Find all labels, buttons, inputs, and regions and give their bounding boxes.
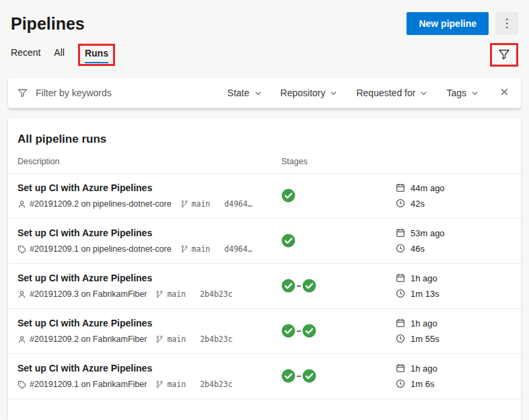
pipeline-run-row[interactable]: Set up CI with Azure Pipelines #20191209… — [8, 354, 521, 399]
branch-name[interactable]: main — [167, 289, 186, 299]
run-duration: 46s — [396, 244, 512, 254]
runs-list: Set up CI with Azure Pipelines #20191209… — [8, 174, 521, 399]
stages-cell — [281, 279, 396, 293]
funnel-icon — [17, 88, 28, 98]
filter-dropdowns: State Repository Requested for Tags — [227, 88, 479, 98]
run-duration-text: 42s — [411, 199, 425, 209]
git-branch-icon — [180, 245, 188, 253]
annotation-box-runs-tab: Runs — [78, 44, 115, 66]
stage-1-success-icon[interactable] — [281, 279, 295, 293]
run-number-and-repo[interactable]: #20191209.1 on pipelines-dotnet-core — [30, 244, 172, 254]
clock-icon — [396, 244, 405, 253]
run-duration-text: 1m 13s — [411, 289, 439, 299]
vertical-dots-icon: ⋮ — [501, 17, 513, 30]
stage-connector — [297, 376, 301, 377]
time-cell: 1h ago 1m 6s — [396, 363, 512, 389]
time-cell: 53m ago 46s — [396, 228, 512, 254]
clock-icon — [396, 379, 405, 388]
repository-filter-label: Repository — [281, 88, 326, 98]
clear-filter-button[interactable] — [497, 85, 512, 101]
run-title[interactable]: Set up CI with Azure Pipelines — [17, 182, 281, 193]
run-description-cell: Set up CI with Azure Pipelines #20191209… — [17, 273, 281, 299]
tab-recent[interactable]: Recent — [11, 47, 40, 63]
run-number-and-repo[interactable]: #20191209.2 on pipelines-dotnet-core — [30, 199, 172, 209]
annotation-box-filter-icon — [490, 43, 518, 67]
stage-1-success-icon[interactable] — [281, 234, 295, 248]
run-number-and-repo[interactable]: #20191209.2 on FabrikamFiber — [30, 335, 147, 344]
run-duration-text: 1m 55s — [411, 334, 439, 344]
commit-hash[interactable]: 2b4b23c — [200, 335, 232, 344]
run-date: 1h ago — [396, 273, 512, 283]
stages-cell — [281, 234, 396, 248]
tag-icon — [17, 380, 26, 389]
run-date-text: 1h ago — [411, 318, 437, 328]
time-cell: 44m ago 42s — [396, 183, 512, 209]
column-header-description: Description — [17, 157, 281, 166]
tab-runs[interactable]: Runs — [85, 48, 108, 63]
tags-filter-dropdown[interactable]: Tags — [446, 88, 479, 98]
stage-2-success-icon[interactable] — [302, 369, 316, 383]
run-description-cell: Set up CI with Azure Pipelines #20191209… — [17, 363, 281, 389]
stage-2-success-icon[interactable] — [302, 324, 316, 338]
run-title[interactable]: Set up CI with Azure Pipelines — [17, 363, 281, 374]
run-meta: #20191209.1 on FabrikamFiber main 2b4b23… — [17, 380, 281, 389]
commit-hash[interactable]: d4964… — [224, 244, 252, 254]
pipeline-run-row[interactable]: Set up CI with Azure Pipelines #20191209… — [8, 219, 521, 264]
pipeline-run-row[interactable]: Set up CI with Azure Pipelines #20191209… — [8, 264, 521, 309]
branch-name[interactable]: main — [192, 244, 211, 254]
run-date-text: 1h ago — [411, 273, 437, 283]
pipeline-run-row[interactable]: Set up CI with Azure Pipelines #20191209… — [8, 309, 521, 354]
table-header: Description Stages — [8, 157, 521, 174]
person-icon — [17, 200, 26, 209]
tab-all[interactable]: All — [54, 47, 65, 63]
stages-cell — [281, 324, 396, 338]
page-header: Pipelines New pipeline ⋮ — [0, 0, 529, 35]
requested-for-filter-dropdown[interactable]: Requested for — [356, 88, 427, 98]
commit-hash[interactable]: d4964… — [224, 199, 252, 209]
all-pipeline-runs-card: All pipeline runs Description Stages Set… — [8, 118, 521, 420]
stages-cell — [281, 369, 396, 383]
run-number-and-repo[interactable]: #20191209.3 on FabrikamFiber — [30, 289, 147, 299]
run-title[interactable]: Set up CI with Azure Pipelines — [17, 273, 281, 283]
run-meta: #20191209.2 on pipelines-dotnet-core mai… — [17, 199, 281, 209]
calendar-icon — [396, 363, 405, 373]
calendar-icon — [396, 183, 405, 193]
stage-1-success-icon[interactable] — [281, 324, 295, 338]
tag-icon — [17, 245, 26, 254]
stage-connector — [297, 285, 301, 287]
run-date-text: 53m ago — [411, 228, 445, 238]
keyword-filter-input[interactable] — [34, 87, 227, 99]
branch-name[interactable]: main — [167, 335, 186, 344]
calendar-icon — [396, 318, 405, 328]
run-duration-text: 1m 6s — [411, 379, 434, 389]
run-title[interactable]: Set up CI with Azure Pipelines — [17, 228, 281, 238]
more-options-button[interactable]: ⋮ — [495, 12, 518, 35]
new-pipeline-button[interactable]: New pipeline — [407, 12, 489, 35]
tags-filter-label: Tags — [446, 88, 466, 98]
chevron-down-icon — [471, 90, 479, 97]
calendar-icon — [396, 273, 405, 283]
state-filter-dropdown[interactable]: State — [227, 88, 262, 98]
stage-2-success-icon[interactable] — [302, 279, 316, 293]
run-date-text: 1h ago — [411, 363, 437, 374]
run-duration: 42s — [396, 199, 512, 209]
branch-name[interactable]: main — [192, 199, 211, 209]
run-meta: #20191209.3 on FabrikamFiber main 2b4b23… — [17, 289, 281, 299]
filter-toggle-button[interactable] — [497, 47, 512, 64]
run-duration: 1m 55s — [396, 334, 512, 344]
stage-1-success-icon[interactable] — [281, 369, 295, 383]
git-branch-icon — [155, 380, 164, 388]
page-title: Pipelines — [11, 14, 85, 34]
run-date: 44m ago — [396, 183, 512, 193]
run-number-and-repo[interactable]: #20191209.1 on FabrikamFiber — [30, 380, 147, 389]
commit-hash[interactable]: 2b4b23c — [200, 289, 232, 299]
card-title: All pipeline runs — [8, 118, 521, 157]
branch-name[interactable]: main — [167, 380, 186, 389]
stage-1-success-icon[interactable] — [281, 188, 295, 203]
pipeline-run-row[interactable]: Set up CI with Azure Pipelines #20191209… — [8, 174, 521, 219]
run-duration: 1m 6s — [396, 379, 512, 389]
repository-filter-dropdown[interactable]: Repository — [281, 88, 338, 98]
run-title[interactable]: Set up CI with Azure Pipelines — [17, 318, 281, 328]
run-date: 1h ago — [396, 363, 512, 374]
commit-hash[interactable]: 2b4b23c — [200, 380, 232, 389]
